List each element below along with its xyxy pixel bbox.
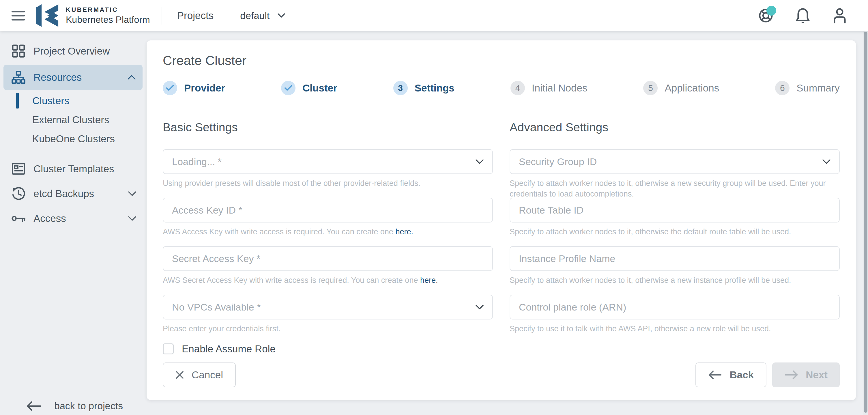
create-secret-key-link[interactable]: here [420,276,436,285]
back-label: Back [730,369,754,381]
sidebar-item-cluster-templates[interactable]: Cluster Templates [0,156,146,181]
assume-role-checkbox[interactable] [163,344,174,354]
project-selector[interactable]: default [240,10,285,21]
brand-subtitle: Kubernetes Platform [66,14,150,25]
sidebar-subitem-label: Clusters [32,95,69,107]
access-key-input[interactable] [172,205,484,216]
security-group-value: Security Group ID [519,156,823,168]
step-done-circle [163,81,177,95]
assume-role-row: Enable Assume Role [163,343,493,355]
chevron-down-icon [475,305,484,310]
sidebar-item-resources[interactable]: Resources [3,65,143,90]
control-plane-role-field-wrap [509,295,840,320]
step-label: Provider [184,82,225,94]
vpc-hint: Please enter your credentials first. [163,324,493,332]
sidebar-item-external-clusters[interactable]: External Clusters [0,110,146,129]
projects-label: Projects [177,10,214,21]
help-button[interactable] [758,8,773,23]
cancel-button[interactable]: Cancel [163,362,236,387]
instance-profile-field-group: Specify to attach worker nodes to it, ot… [509,246,840,283]
secret-key-field-group: AWS Secret Access Key with write access … [163,246,493,283]
preset-select-value: Loading... * [172,156,475,168]
sidebar-item-label: Resources [33,71,128,83]
brand-text: KUBERMATIC Kubernetes Platform [66,6,150,25]
step-cluster[interactable]: Cluster [281,81,337,95]
secret-key-field-wrap [163,246,493,271]
bell-icon [796,8,810,23]
step-number-circle: 6 [775,81,789,95]
sidebar-item-etcd-backups[interactable]: etcd Backups [0,181,146,206]
template-icon [11,163,25,175]
kubermatic-logo-icon [36,3,59,28]
access-key-field-group: AWS Access Key with write access is requ… [163,198,493,235]
notifications-button[interactable] [795,8,810,23]
instance-profile-input[interactable] [519,253,831,264]
step-label: Applications [664,82,719,94]
close-icon [176,370,184,379]
sidebar-item-access[interactable]: Access [0,206,146,231]
step-connector [464,88,501,88]
back-button[interactable]: Back [695,362,767,387]
create-access-key-link[interactable]: here [395,228,411,236]
sidebar-item-label: etcd Backups [33,188,128,200]
sidebar-item-project-overview[interactable]: Project Overview [0,39,146,63]
step-applications[interactable]: 5 Applications [643,81,719,95]
hint-text: AWS Secret Access Key with write access … [163,276,420,285]
preset-hint: Using provider presets will disable most… [163,178,493,186]
step-label: Settings [415,82,455,94]
step-label: Initial Nodes [532,82,588,94]
advanced-settings-heading: Advanced Settings [509,121,840,134]
hint-suffix: . [411,228,413,236]
preset-select[interactable]: Loading... * [163,149,493,174]
step-settings[interactable]: 3 Settings [393,81,455,95]
security-group-field-group: Security Group ID Specify to attach work… [509,149,840,186]
step-provider[interactable]: Provider [163,81,225,95]
preset-field-group: Loading... * Using provider presets will… [163,149,493,186]
step-initial-nodes[interactable]: 4 Initial Nodes [510,81,588,95]
route-table-input[interactable] [519,205,831,216]
grid-icon [11,45,25,58]
step-summary[interactable]: 6 Summary [775,81,840,95]
control-plane-role-hint: Specify to use it to talk with the AWS A… [509,324,840,332]
user-button[interactable] [832,8,847,23]
menu-bar [11,15,25,17]
instance-profile-hint: Specify to attach worker nodes to it, ot… [509,275,840,283]
vpc-select[interactable]: No VPCs Available * [163,295,493,320]
step-connector [597,88,633,88]
history-icon [11,187,25,200]
secret-access-key-input[interactable] [172,253,484,264]
step-connector [235,88,271,88]
cancel-label: Cancel [192,369,223,381]
sidebar-subitem-label: KubeOne Clusters [32,133,115,145]
step-label: Summary [797,82,840,94]
menu-icon[interactable] [11,8,25,23]
menu-bar [11,11,25,12]
create-cluster-card: Create Cluster Provider Cluster 3 Settin… [147,40,856,400]
menu-bar [11,19,25,21]
vpc-select-value: No VPCs Available * [172,302,475,313]
step-number-circle: 5 [643,81,658,95]
security-group-hint: Specify to attach worker nodes to it, ot… [509,178,840,186]
sidebar-spacer [0,148,146,156]
arrow-right-icon [784,370,798,380]
control-plane-role-field-group: Specify to use it to talk with the AWS A… [509,295,840,332]
chevron-down-icon [823,159,831,164]
sidebar-item-clusters[interactable]: Clusters [0,91,146,110]
sidebar-item-kubeone-clusters[interactable]: KubeOne Clusters [0,129,146,148]
scrollbar-thumb[interactable] [864,32,867,413]
next-button[interactable]: Next [772,362,840,387]
topbar-divider [162,7,162,25]
security-group-select[interactable]: Security Group ID [509,149,840,174]
next-label: Next [806,369,828,381]
access-key-field-wrap [163,198,493,223]
back-to-projects-link[interactable]: back to projects [0,400,123,412]
instance-profile-field-wrap [509,246,840,271]
control-plane-role-input[interactable] [519,302,831,313]
back-to-projects-label: back to projects [54,400,123,412]
sidebar-item-label: Cluster Templates [33,163,136,175]
assume-role-label: Enable Assume Role [182,343,276,355]
topbar: KUBERMATIC Kubernetes Platform Projects … [0,0,868,31]
check-icon [284,85,292,91]
step-number-circle: 4 [510,81,525,95]
vpc-field-group: No VPCs Available * Please enter your cr… [163,295,493,332]
